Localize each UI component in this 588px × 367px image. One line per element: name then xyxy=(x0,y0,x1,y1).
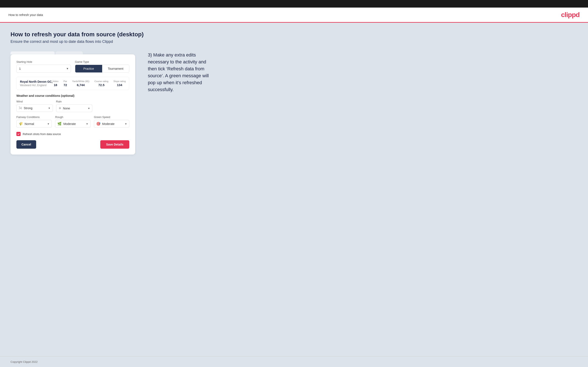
rough-label: Rough xyxy=(55,116,90,119)
green-speed-chevron: ▼ xyxy=(125,123,127,125)
wind-group: Wind 🌬 Strong ▼ xyxy=(16,100,53,112)
fairway-icon: 🌾 xyxy=(19,122,23,126)
rain-label: Rain xyxy=(56,100,93,103)
tournament-btn[interactable]: Tournament xyxy=(102,65,129,72)
fairway-label: Fairway Conditions xyxy=(16,116,52,119)
wind-chevron: ▼ xyxy=(48,107,51,109)
slope-rating-value: 134 xyxy=(117,83,122,87)
wind-select[interactable]: 🌬 Strong ▼ xyxy=(16,104,53,112)
holes-stat: Holes 18 xyxy=(52,80,59,87)
starting-hole-label: Starting Hole xyxy=(16,60,71,63)
green-speed-value: Moderate xyxy=(102,122,123,125)
header: How to refresh your data clippd xyxy=(0,8,588,23)
course-rating-value: 72.5 xyxy=(98,83,104,87)
rough-chevron: ▼ xyxy=(86,123,88,125)
conditions-row-2: Fairway Conditions 🌾 Normal ▼ Rough 🌿 Mo… xyxy=(16,116,129,128)
top-bar xyxy=(0,0,588,8)
course-name: Royal North Devon GC, xyxy=(20,80,52,83)
wind-icon: 🌬 xyxy=(19,106,22,110)
fairway-chevron: ▼ xyxy=(47,123,49,125)
par-label: Par xyxy=(63,80,67,83)
par-stat: Par 72 xyxy=(63,80,67,87)
fairway-group: Fairway Conditions 🌾 Normal ▼ xyxy=(16,116,52,128)
wind-value: Strong xyxy=(24,107,46,110)
rough-select[interactable]: 🌿 Moderate ▼ xyxy=(55,120,90,128)
side-description: 3) Make any extra edits necessary to the… xyxy=(148,51,215,93)
slope-rating-stat: Slope rating 134 xyxy=(113,80,126,87)
content-row: Starting Hole 1 ▼ Game Type Practice To xyxy=(10,51,578,155)
description-text: 3) Make any extra edits necessary to the… xyxy=(148,51,215,93)
refresh-checkbox-row: Refresh shots from data source xyxy=(16,132,129,136)
rain-value: None xyxy=(63,107,86,110)
course-rating-label: Course rating xyxy=(94,80,108,83)
tab-hint-2 xyxy=(55,51,83,54)
green-speed-group: Green Speed 🎯 Moderate ▼ xyxy=(94,116,129,128)
holes-label: Holes xyxy=(52,80,59,83)
yards-label: Yards/White (M)) xyxy=(72,80,89,83)
yards-stat: Yards/White (M)) 6,744 xyxy=(72,80,89,87)
rain-chevron: ▼ xyxy=(88,107,90,110)
rain-group: Rain ☀ None ▼ xyxy=(56,100,93,112)
starting-hole-group: Starting Hole 1 ▼ xyxy=(16,60,71,73)
conditions-row-1: Wind 🌬 Strong ▼ Rain ☀ None ▼ xyxy=(16,100,129,112)
course-location: Westward Ho!, England xyxy=(20,84,52,87)
course-rating-stat: Course rating 72.5 xyxy=(94,80,108,87)
game-type-label: Game Type xyxy=(75,60,130,63)
form-row-top: Starting Hole 1 ▼ Game Type Practice To xyxy=(16,60,129,73)
action-row: Cancel Save Details xyxy=(16,140,129,149)
yards-value: 6,744 xyxy=(77,83,85,87)
rain-icon: ☀ xyxy=(59,106,61,110)
game-type-group: Game Type Practice Tournament xyxy=(75,60,130,73)
practice-btn[interactable]: Practice xyxy=(75,65,102,72)
holes-value: 18 xyxy=(54,83,57,87)
copyright-text: Copyright Clippd 2022 xyxy=(10,360,38,363)
starting-hole-select-wrapper: 1 ▼ xyxy=(16,65,71,73)
course-stats: Holes 18 Par 72 Yards/White (M)) 6,744 xyxy=(52,80,126,87)
card-container: Starting Hole 1 ▼ Game Type Practice To xyxy=(10,51,135,155)
main-content: How to refresh your data from source (de… xyxy=(0,23,588,356)
fairway-value: Normal xyxy=(25,122,45,125)
green-speed-select[interactable]: 🎯 Moderate ▼ xyxy=(94,120,129,128)
main-form-card: Starting Hole 1 ▼ Game Type Practice To xyxy=(10,54,135,155)
starting-hole-select[interactable]: 1 xyxy=(16,65,71,73)
cancel-button[interactable]: Cancel xyxy=(16,140,36,149)
game-type-toggle: Practice Tournament xyxy=(75,65,130,73)
conditions-section-title: Weather and course conditions (optional) xyxy=(16,94,129,97)
footer: Copyright Clippd 2022 xyxy=(0,356,588,367)
spacer xyxy=(96,100,129,112)
green-speed-label: Green Speed xyxy=(94,116,129,119)
course-info: Royal North Devon GC, Westward Ho!, Engl… xyxy=(20,80,52,87)
wind-label: Wind xyxy=(16,100,53,103)
clippd-logo: clippd xyxy=(561,11,579,19)
rain-select[interactable]: ☀ None ▼ xyxy=(56,104,93,112)
rough-group: Rough 🌿 Moderate ▼ xyxy=(55,116,90,128)
par-value: 72 xyxy=(63,83,67,87)
page-heading: How to refresh your data from source (de… xyxy=(10,31,578,38)
save-details-button[interactable]: Save Details xyxy=(100,140,130,149)
course-card: Royal North Devon GC, Westward Ho!, Engl… xyxy=(16,77,129,90)
green-speed-icon: 🎯 xyxy=(96,122,101,126)
fairway-select[interactable]: 🌾 Normal ▼ xyxy=(16,120,52,128)
slope-rating-label: Slope rating xyxy=(113,80,126,83)
header-title: How to refresh your data xyxy=(9,13,43,17)
refresh-checkbox[interactable] xyxy=(16,132,21,136)
tab-hint-1 xyxy=(10,51,55,54)
page-subheading: Ensure the correct and most up to date d… xyxy=(10,40,578,44)
checkmark-icon xyxy=(17,133,20,135)
rough-icon: 🌿 xyxy=(57,122,62,126)
refresh-label: Refresh shots from data source xyxy=(23,133,61,136)
rough-value: Moderate xyxy=(63,122,84,125)
